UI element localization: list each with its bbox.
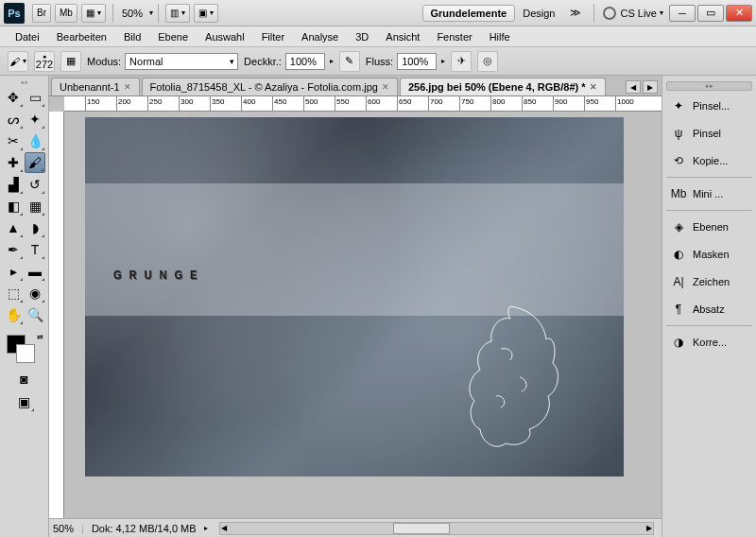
close-icon[interactable]: ✕ xyxy=(382,82,389,92)
document-area: Unbenannt-1✕ Fotolia_8715458_XL - © Azal… xyxy=(49,76,662,537)
tab-prev-button[interactable]: ◀ xyxy=(626,80,641,94)
menu-datei[interactable]: Datei xyxy=(8,29,47,44)
opacity-label: Deckkr.: xyxy=(244,56,282,67)
panel-icon: ⟲ xyxy=(670,152,687,169)
shape-tool[interactable]: ▬ xyxy=(25,261,45,282)
options-bar: 🖌▾ ●272 ▦ Modus: Normal Deckkr.: 100%▸ ✎… xyxy=(0,47,756,76)
healing-tool[interactable]: ✚ xyxy=(3,152,24,173)
dodge-tool[interactable]: ◗ xyxy=(25,217,45,238)
panel-item[interactable]: ◈Ebenen xyxy=(666,214,752,240)
menu-ebene[interactable]: Ebene xyxy=(150,29,196,44)
arrange-documents-button[interactable]: ▥▾ xyxy=(165,4,190,23)
tablet-opacity-icon[interactable]: ✎ xyxy=(339,51,360,72)
panel-item[interactable]: ⟲Kopie... xyxy=(666,147,752,174)
minimize-button[interactable]: ─ xyxy=(669,5,696,22)
menu-auswahl[interactable]: Auswahl xyxy=(198,29,252,44)
menu-bild[interactable]: Bild xyxy=(116,29,148,44)
menu-fenster[interactable]: Fenster xyxy=(429,29,479,44)
quickmask-button[interactable]: ◙ xyxy=(14,369,35,390)
menu-3d[interactable]: 3D xyxy=(348,29,376,44)
view-extras-button[interactable]: ▦▾ xyxy=(81,4,106,23)
menu-filter[interactable]: Filter xyxy=(254,29,292,44)
eraser-tool[interactable]: ◧ xyxy=(3,196,24,217)
canvas-text: GRUNGE xyxy=(113,202,204,298)
panel-item[interactable]: ◑Korre... xyxy=(666,329,752,355)
maximize-button[interactable]: ▭ xyxy=(697,5,724,22)
brush-preset-picker[interactable]: ●272 xyxy=(34,51,55,72)
brush-panel-toggle[interactable]: ▦ xyxy=(60,51,81,72)
close-icon[interactable]: ✕ xyxy=(590,82,597,92)
panel-item[interactable]: MbMini ... xyxy=(666,181,752,207)
canvas[interactable]: GRUNGE xyxy=(85,117,624,476)
horizontal-ruler[interactable]: 1502002503003504004505005506006507007508… xyxy=(64,96,662,112)
screen-mode-button[interactable]: ▣▾ xyxy=(194,4,218,23)
status-zoom[interactable]: 50% xyxy=(53,523,74,534)
close-icon[interactable]: ✕ xyxy=(124,82,131,92)
doc-tab-3[interactable]: 256.jpg bei 50% (Ebene 4, RGB/8#) *✕ xyxy=(400,78,606,95)
pen-tool[interactable]: ✒ xyxy=(3,239,24,260)
menu-bearbeiten[interactable]: Bearbeiten xyxy=(49,29,114,44)
tools-panel: •• ✥ ▭ ᔕ ✦ ✂ 💧 ✚ 🖌 ▟ ↺ ◧ ▦ ▲ ◗ ✒ T ▸ ▬ ⬚… xyxy=(0,76,49,537)
panel-icon: ◑ xyxy=(670,334,687,351)
minibridge-button[interactable]: Mb xyxy=(55,4,77,23)
path-select-tool[interactable]: ▸ xyxy=(3,261,24,282)
panel-item[interactable]: A|Zeichen xyxy=(666,268,752,295)
brush-tool-preset-icon[interactable]: 🖌▾ xyxy=(8,51,28,72)
close-button[interactable]: ✕ xyxy=(726,5,752,22)
type-tool[interactable]: T xyxy=(25,239,45,260)
doc-tab-2[interactable]: Fotolia_8715458_XL - © Azaliya - Fotolia… xyxy=(142,78,398,95)
airbrush-icon[interactable]: ✈ xyxy=(451,51,472,72)
menu-ansicht[interactable]: Ansicht xyxy=(378,29,427,44)
menu-hilfe[interactable]: Hilfe xyxy=(482,29,518,44)
magic-wand-tool[interactable]: ✦ xyxy=(25,109,45,130)
panel-item[interactable]: ¶Absatz xyxy=(666,296,752,322)
cslive-button[interactable]: CS Live xyxy=(620,8,657,19)
hand-tool[interactable]: ✋ xyxy=(3,304,24,325)
bridge-button[interactable]: Br xyxy=(32,4,51,23)
mode-label: Modus: xyxy=(87,56,121,67)
marquee-tool[interactable]: ▭ xyxy=(25,87,45,108)
panel-item[interactable]: ✦Pinsel... xyxy=(666,93,752,119)
tablet-size-icon[interactable]: ◎ xyxy=(477,51,498,72)
panel-grip[interactable]: •• xyxy=(3,79,45,85)
lasso-tool[interactable]: ᔕ xyxy=(3,109,24,130)
workspace-more[interactable]: ≫ xyxy=(562,5,589,21)
stamp-tool[interactable]: ▟ xyxy=(3,174,24,195)
move-tool[interactable]: ✥ xyxy=(3,87,24,108)
flow-input[interactable]: 100% xyxy=(397,53,437,70)
zoom-level[interactable]: 50% xyxy=(122,8,143,19)
opacity-input[interactable]: 100% xyxy=(285,53,325,70)
mode-select[interactable]: Normal xyxy=(125,53,238,70)
panel-label: Zeichen xyxy=(693,276,730,287)
panel-dock: ▸▸ ✦Pinsel...ψPinsel⟲Kopie...MbMini ...◈… xyxy=(662,76,756,537)
crop-tool[interactable]: ✂ xyxy=(3,130,24,151)
panel-item[interactable]: ψPinsel xyxy=(666,120,752,147)
tab-next-button[interactable]: ▶ xyxy=(643,80,658,94)
gradient-tool[interactable]: ▦ xyxy=(25,196,45,217)
screenmode-button[interactable]: ▣ xyxy=(14,391,35,412)
workspace-grundelemente[interactable]: Grundelemente xyxy=(422,5,516,22)
color-swatches[interactable]: ⇄ xyxy=(3,333,45,367)
workspace-design[interactable]: Design xyxy=(515,6,562,21)
collapse-panels-button[interactable]: ▸▸ xyxy=(666,81,752,91)
panel-label: Ebenen xyxy=(693,221,729,233)
background-swatch[interactable] xyxy=(16,344,35,363)
panel-item[interactable]: ◐Masken xyxy=(666,241,752,268)
menu-analyse[interactable]: Analyse xyxy=(294,29,346,44)
history-brush-tool[interactable]: ↺ xyxy=(25,174,45,195)
vertical-ruler[interactable] xyxy=(49,112,64,518)
status-bar: 50% | Dok: 4,12 MB/14,0 MB ▸ xyxy=(49,518,662,537)
horizontal-scrollbar[interactable] xyxy=(219,522,654,535)
blur-tool[interactable]: ▲ xyxy=(3,217,24,238)
canvas-viewport[interactable]: GRUNGE xyxy=(64,112,662,518)
panel-icon: A| xyxy=(670,273,687,290)
3d-tool[interactable]: ⬚ xyxy=(3,283,24,303)
status-docsize[interactable]: Dok: 4,12 MB/14,0 MB xyxy=(92,523,197,534)
3d-camera-tool[interactable]: ◉ xyxy=(25,283,45,303)
doc-tab-1[interactable]: Unbenannt-1✕ xyxy=(51,78,140,95)
eyedropper-tool[interactable]: 💧 xyxy=(25,130,45,151)
panel-icon: ¶ xyxy=(670,301,687,318)
brush-tool[interactable]: 🖌 xyxy=(25,152,45,173)
panel-label: Absatz xyxy=(693,303,725,315)
zoom-tool[interactable]: 🔍 xyxy=(25,304,45,325)
